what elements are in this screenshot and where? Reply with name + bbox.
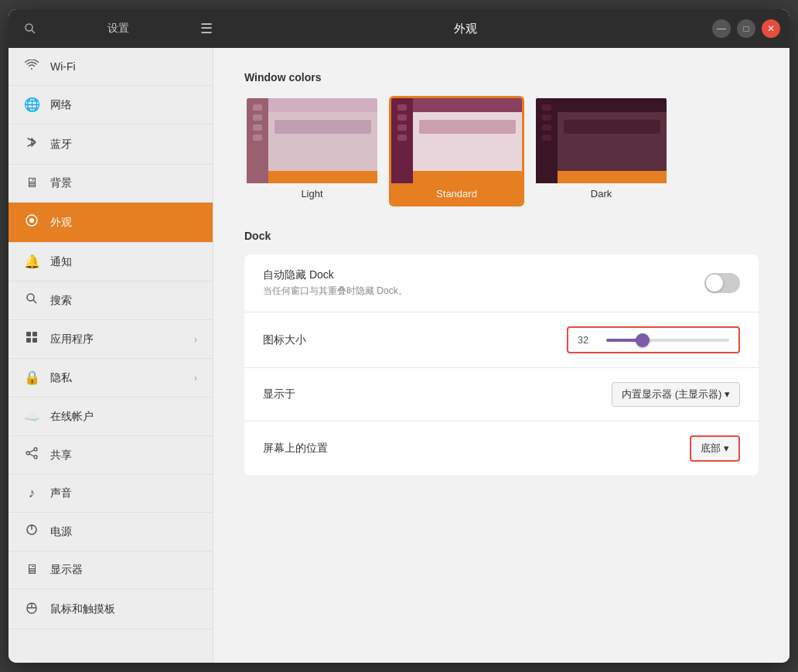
sidebar-item-share[interactable]: 共享 <box>9 436 213 475</box>
s-dot-2 <box>397 114 407 121</box>
preview-bg-standard <box>391 98 522 183</box>
sidebar-label-appearance: 外观 <box>50 216 72 230</box>
minimize-button[interactable]: — <box>712 19 731 38</box>
svg-point-10 <box>34 448 37 451</box>
sidebar-label-privacy: 隐私 <box>50 371 72 385</box>
sidebar-label-power: 电源 <box>50 525 72 539</box>
preview-dot-1 <box>253 104 262 111</box>
preview-topbar-standard <box>413 98 522 112</box>
d-dot-3 <box>542 125 551 131</box>
svg-line-14 <box>29 454 34 456</box>
color-option-light[interactable]: Light <box>244 96 380 206</box>
chevron-right-icon: › <box>194 334 197 345</box>
close-button[interactable]: ✕ <box>762 19 780 38</box>
sidebar-item-network[interactable]: 🌐 网络 <box>9 86 213 125</box>
window-controls: — □ ✕ <box>712 19 780 38</box>
power-icon <box>24 524 39 540</box>
main-window: 设置 ☰ 外观 — □ ✕ Wi-Fi <box>9 9 789 663</box>
position-dropdown[interactable]: 底部 ▾ <box>690 435 740 462</box>
sidebar-item-sound[interactable]: ♪ 声音 <box>9 475 213 513</box>
settings-title: 设置 <box>49 22 188 36</box>
sidebar-label-apps: 应用程序 <box>50 333 94 346</box>
preview-sidebar-dark <box>536 98 558 183</box>
sidebar-item-wallpaper[interactable]: 🖥 背景 <box>9 165 213 203</box>
sidebar-item-search[interactable]: 搜索 <box>9 281 213 320</box>
sidebar-label-display: 显示器 <box>50 563 83 577</box>
maximize-button[interactable]: □ <box>737 19 755 38</box>
svg-point-12 <box>34 455 37 459</box>
dock-autohide-labels: 自动隐藏 Dock 当任何窗口与其重叠时隐藏 Dock。 <box>263 268 408 298</box>
preview-dark <box>536 98 667 183</box>
svg-point-4 <box>27 294 34 301</box>
color-option-dark[interactable]: Dark <box>534 96 669 206</box>
grid-icon <box>24 331 39 347</box>
window-colors-title: Window colors <box>244 71 759 84</box>
sidebar-label-search: 搜索 <box>50 294 72 308</box>
preview-content-light <box>268 112 377 183</box>
dock-row-autohide: 自动隐藏 Dock 当任何窗口与其重叠时隐藏 Dock。 <box>244 254 759 312</box>
sidebar-item-power[interactable]: 电源 <box>9 513 213 551</box>
color-option-standard[interactable]: Standard <box>389 96 524 206</box>
d-dot-4 <box>542 135 551 141</box>
sidebar-item-mouse[interactable]: 鼠标和触摸板 <box>9 589 213 629</box>
preview-dot-4 <box>253 135 262 141</box>
bluetooth-icon <box>24 135 39 153</box>
menu-button[interactable]: ☰ <box>194 16 219 41</box>
content-area: Wi-Fi 🌐 网络 蓝牙 🖥 背景 <box>9 48 789 663</box>
s-dot-3 <box>397 125 407 131</box>
lock-icon: 🔒 <box>24 370 39 386</box>
sidebar-label-online: 在线帐户 <box>50 410 94 424</box>
main-content: Window colors <box>213 48 789 663</box>
preview-sidebar-standard <box>391 98 413 183</box>
position-value: 底部 ▾ <box>701 442 729 455</box>
sidebar-item-notification[interactable]: 🔔 通知 <box>9 243 213 281</box>
wifi-icon <box>24 59 39 74</box>
display-on-dropdown[interactable]: 内置显示器 (主显示器) ▾ <box>612 382 740 407</box>
display-icon: 🖥 <box>24 562 39 578</box>
dock-row-position: 屏幕上的位置 底部 ▾ <box>244 421 759 476</box>
sidebar-item-wifi[interactable]: Wi-Fi <box>9 48 213 86</box>
preview-orange-dark <box>558 171 667 183</box>
window-title: 外观 <box>219 22 712 36</box>
icon-size-slider-container[interactable]: 32 <box>567 326 740 353</box>
slider-thumb[interactable] <box>636 333 650 347</box>
s-dot-4 <box>397 135 407 141</box>
titlebar-left: 设置 ☰ <box>18 16 219 41</box>
preview-content-standard <box>413 112 522 183</box>
slider-value: 32 <box>578 334 597 346</box>
chevron-right-icon-privacy: › <box>194 373 197 384</box>
d-dot-1 <box>542 104 551 111</box>
preview-bar-light <box>275 120 371 134</box>
svg-line-5 <box>33 300 36 303</box>
titlebar: 设置 ☰ 外观 — □ ✕ <box>9 9 789 48</box>
cloud-icon: ☁️ <box>24 408 39 425</box>
share-icon <box>24 447 39 463</box>
svg-point-3 <box>29 218 34 223</box>
dock-display-label: 显示于 <box>263 387 438 401</box>
sidebar-item-display[interactable]: 🖥 显示器 <box>9 551 213 589</box>
svg-point-0 <box>26 24 32 31</box>
sidebar-item-online[interactable]: ☁️ 在线帐户 <box>9 397 213 436</box>
sidebar-item-appearance[interactable]: 外观 <box>9 203 213 243</box>
d-dot-2 <box>542 114 551 121</box>
appearance-icon <box>24 213 39 231</box>
preview-light <box>247 98 377 183</box>
dock-position-label: 屏幕上的位置 <box>263 442 476 455</box>
color-option-label-standard: Standard <box>391 183 522 204</box>
sidebar: Wi-Fi 🌐 网络 蓝牙 🖥 背景 <box>9 48 213 663</box>
color-options-group: Light <box>244 96 759 206</box>
sidebar-item-apps[interactable]: 应用程序 › <box>9 320 213 359</box>
slider-track[interactable] <box>606 339 729 342</box>
search-button[interactable] <box>18 16 43 41</box>
sidebar-item-privacy[interactable]: 🔒 隐私 › <box>9 359 213 397</box>
preview-dot-3 <box>253 125 262 131</box>
color-option-label-dark: Dark <box>536 183 667 204</box>
autohide-toggle[interactable] <box>704 273 740 293</box>
sidebar-label-sound: 声音 <box>50 486 72 500</box>
dock-row-display: 显示于 内置显示器 (主显示器) ▾ <box>244 368 759 421</box>
preview-topbar-light <box>268 98 377 112</box>
preview-sidebar-light <box>247 98 268 183</box>
preview-topbar-dark <box>558 98 667 112</box>
svg-rect-9 <box>32 338 37 343</box>
sidebar-item-bluetooth[interactable]: 蓝牙 <box>9 125 213 165</box>
